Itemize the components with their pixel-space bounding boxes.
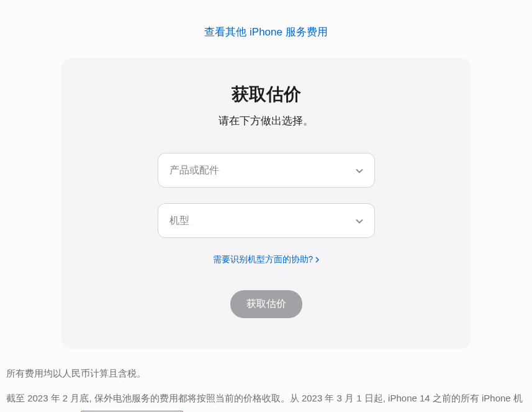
card-title: 获取估价 <box>92 83 440 106</box>
help-link-text: 需要识别机型方面的协助? <box>213 254 313 265</box>
identify-model-help-link[interactable]: 需要识别机型方面的协助? <box>213 254 320 265</box>
model-select-placeholder: 机型 <box>169 214 356 227</box>
top-link-container: 查看其他 iPhone 服务费用 <box>0 0 532 58</box>
footer-line-price-change: 截至 2023 年 2 月底, 保外电池服务的费用都将按照当前的价格收取。从 2… <box>6 389 526 412</box>
card-subtitle: 请在下方做出选择。 <box>92 114 440 128</box>
product-select-placeholder: 产品或配件 <box>169 164 356 177</box>
get-estimate-button[interactable]: 获取估价 <box>230 290 302 318</box>
chevron-down-icon <box>356 165 363 176</box>
chevron-right-icon <box>315 255 319 265</box>
model-select[interactable]: 机型 <box>158 203 375 238</box>
other-service-fees-link[interactable]: 查看其他 iPhone 服务费用 <box>204 26 327 38</box>
estimate-card: 获取估价 请在下方做出选择。 产品或配件 机型 需要识别机型方面的协助? 获取估… <box>61 58 471 349</box>
footer-price-text: 截至 2023 年 2 月底, 保外电池服务的费用都将按照当前的价格收取。从 2… <box>6 393 523 412</box>
footer-notes: 所有费用均以人民币计算且含税。 截至 2023 年 2 月底, 保外电池服务的费… <box>0 349 532 412</box>
submit-row: 获取估价 <box>92 290 440 318</box>
chevron-down-icon <box>356 215 363 226</box>
product-select[interactable]: 产品或配件 <box>158 153 375 188</box>
footer-line-tax: 所有费用均以人民币计算且含税。 <box>6 364 526 383</box>
